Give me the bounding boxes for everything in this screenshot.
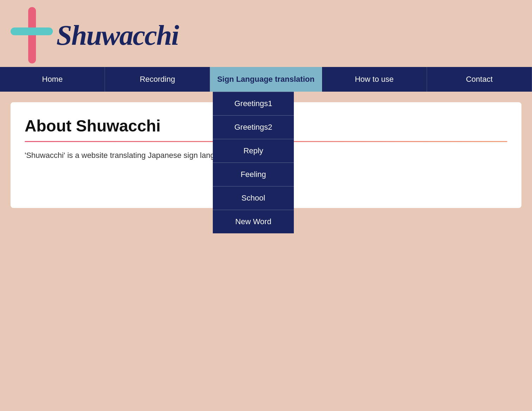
- dropdown-menu: Greetings1 Greetings2 Reply Feeling Scho…: [213, 92, 294, 233]
- logo-icon: [11, 7, 53, 63]
- dropdown-item-feeling[interactable]: Feeling: [213, 163, 294, 186]
- nav-item-contact[interactable]: Contact: [427, 67, 532, 92]
- dropdown-item-greetings2[interactable]: Greetings2: [213, 116, 294, 139]
- logo-vertical-bar: [28, 7, 36, 63]
- header: Shuwacchi: [0, 0, 532, 67]
- nav-item-how-to-use[interactable]: How to use: [322, 67, 427, 92]
- logo-text: Shuwacchi: [56, 19, 179, 51]
- nav-item-home[interactable]: Home: [0, 67, 105, 92]
- logo-horizontal-bar: [11, 27, 53, 35]
- nav-item-recording[interactable]: Recording: [105, 67, 210, 92]
- dropdown-item-reply[interactable]: Reply: [213, 139, 294, 163]
- nav-item-sign-language[interactable]: Sign Language translation: [210, 67, 322, 92]
- dropdown-item-greetings1[interactable]: Greetings1: [213, 92, 294, 116]
- navbar: Home Recording Sign Language translation…: [0, 67, 532, 92]
- dropdown-item-new-word[interactable]: New Word: [213, 210, 294, 233]
- dropdown-menu-container: Greetings1 Greetings2 Reply Feeling Scho…: [213, 92, 294, 233]
- dropdown-item-school[interactable]: School: [213, 186, 294, 210]
